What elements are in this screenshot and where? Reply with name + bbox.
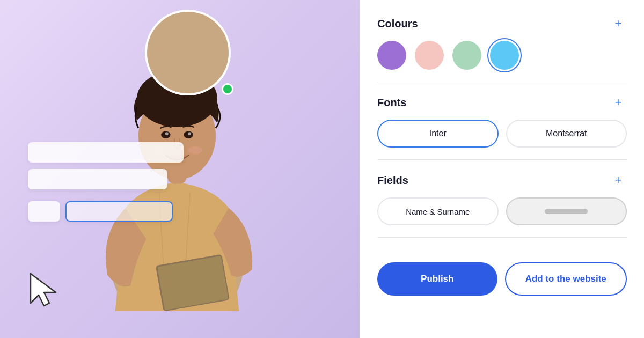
ui-bar-1 [28,142,184,163]
ui-bar-outlined [65,201,173,222]
fields-add-button[interactable]: + [610,172,627,189]
fields-row: Name & Surname [377,197,627,225]
field-empty-button[interactable] [506,197,627,225]
status-dot [222,83,233,95]
fonts-header: Fonts + [377,94,627,111]
right-panel: Colours + Fonts + Inter Montserrat Field… [360,0,644,338]
ui-elements-overlay [28,142,184,222]
svg-marker-12 [31,274,56,306]
actions-row: Publish Add to the website [377,262,627,296]
color-swatch-pink[interactable] [415,41,444,70]
ui-row [28,201,184,222]
fonts-add-button[interactable]: + [610,94,627,111]
font-inter-button[interactable]: Inter [377,120,499,148]
left-panel [0,0,360,338]
avatar-circle [145,10,231,95]
cursor-arrow [28,271,60,308]
svg-point-8 [165,132,169,135]
svg-point-9 [188,132,191,135]
fields-title: Fields [377,174,408,187]
svg-point-11 [188,146,202,154]
colours-row [377,41,627,70]
color-swatch-cyan[interactable] [490,41,519,70]
colours-add-button[interactable]: + [610,15,627,32]
fonts-section: Fonts + Inter Montserrat [377,94,627,160]
add-to-website-button[interactable]: Add to the website [505,262,627,296]
publish-button[interactable]: Publish [377,262,497,296]
fonts-row: Inter Montserrat [377,120,627,148]
ui-bar-small [28,201,60,222]
fonts-title: Fonts [377,97,406,109]
field-name-surname-button[interactable]: Name & Surname [377,197,499,225]
color-swatch-purple[interactable] [377,41,406,70]
colours-header: Colours + [377,15,627,32]
fields-section: Fields + Name & Surname [377,172,627,238]
color-swatch-mint[interactable] [452,41,481,70]
colours-title: Colours [377,18,418,30]
ui-bar-2 [28,169,167,189]
font-montserrat-button[interactable]: Montserrat [506,120,627,148]
fields-header: Fields + [377,172,627,189]
colours-section: Colours + [377,15,627,82]
